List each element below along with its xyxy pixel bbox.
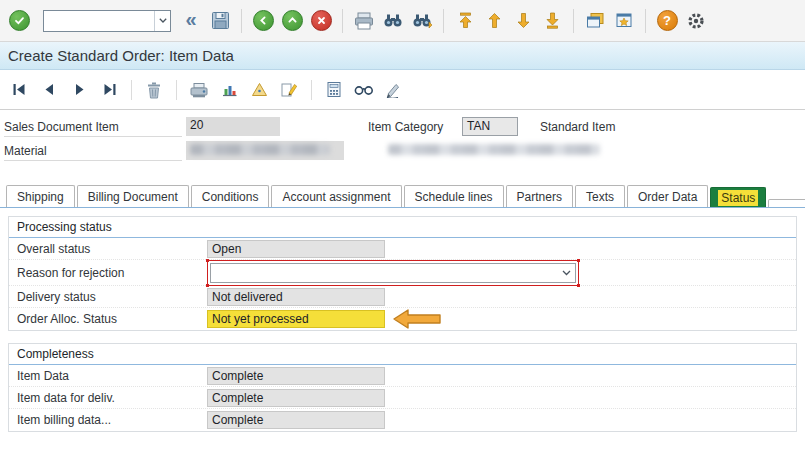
item-data-field: Complete	[207, 367, 385, 385]
toolbar-separator	[131, 80, 132, 100]
item-data-deliv-label: Item data for deliv.	[17, 391, 207, 405]
first-item-button[interactable]	[6, 76, 32, 104]
back-button[interactable]	[250, 7, 276, 35]
find-button[interactable]	[380, 7, 406, 35]
tab-account-assignment[interactable]: Account assignment	[271, 185, 401, 207]
calculator-icon	[326, 81, 342, 98]
item-header-fields: Sales Document Item 20 Item Category TAN…	[0, 110, 805, 172]
edit-notes-button[interactable]	[276, 76, 302, 104]
gear-icon	[686, 11, 706, 31]
page-title: Create Standard Order: Item Data	[8, 47, 234, 64]
item-billing-data-label: Item billing data...	[17, 413, 207, 427]
enter-check-icon	[9, 10, 30, 31]
last-item-button[interactable]	[96, 76, 122, 104]
tab-texts[interactable]: Texts	[575, 185, 625, 207]
reason-for-rejection-input[interactable]	[211, 266, 557, 280]
next-item-icon	[72, 82, 87, 97]
annotation-arrow-icon	[393, 309, 441, 329]
tab-billing-document[interactable]: Billing Document	[77, 185, 189, 207]
signature-button[interactable]	[381, 76, 407, 104]
printer-icon	[354, 12, 374, 30]
cancel-button[interactable]	[308, 7, 334, 35]
print-button[interactable]	[351, 7, 377, 35]
triangle-analysis-icon	[251, 82, 268, 97]
new-session-button[interactable]	[582, 7, 608, 35]
combobox-chevron-down-icon[interactable]	[557, 264, 575, 282]
tab-strip: Shipping Billing Document Conditions Acc…	[0, 184, 805, 208]
item-data-deliv-row: Item data for deliv. Complete	[9, 387, 796, 409]
tab-schedule-lines[interactable]: Schedule lines	[404, 185, 504, 207]
order-alloc-status-field: Not yet processed	[207, 310, 385, 328]
next-page-icon	[515, 12, 532, 29]
find-next-button[interactable]	[409, 7, 435, 35]
toolbar-separator	[573, 9, 574, 33]
signature-pen-icon	[385, 82, 403, 98]
processing-status-group: Processing status Overall status Open Re…	[8, 216, 797, 331]
pricing-analysis-button[interactable]	[246, 76, 272, 104]
trash-icon	[146, 81, 162, 99]
toolbar-separator	[241, 9, 242, 33]
previous-page-button[interactable]	[481, 7, 507, 35]
incompletion-log-button[interactable]	[321, 76, 347, 104]
save-button[interactable]	[207, 7, 233, 35]
statistics-button[interactable]	[216, 76, 242, 104]
material-description-redacted	[388, 142, 600, 161]
tab-partial[interactable]	[768, 199, 805, 207]
last-page-button[interactable]	[539, 7, 565, 35]
delete-item-button[interactable]	[141, 76, 167, 104]
tab-status-label: Status	[718, 190, 758, 206]
binoculars-next-icon	[412, 13, 432, 28]
reason-for-rejection-combobox[interactable]	[210, 263, 576, 283]
command-input[interactable]	[44, 14, 154, 28]
copy-item-button[interactable]	[186, 76, 212, 104]
tab-partners[interactable]: Partners	[506, 185, 573, 207]
display-button[interactable]	[351, 76, 377, 104]
toolbar-separator	[311, 80, 312, 100]
copier-icon	[189, 82, 209, 98]
toolbar-separator	[645, 9, 646, 33]
sales-document-item-label: Sales Document Item	[4, 118, 182, 137]
first-item-icon	[12, 82, 27, 97]
item-data-deliv-field: Complete	[207, 389, 385, 407]
new-session-icon	[586, 12, 605, 29]
tab-status[interactable]: Status	[710, 187, 766, 207]
first-page-button[interactable]	[452, 7, 478, 35]
help-button[interactable]: ?	[654, 7, 680, 35]
toolbar-separator	[342, 9, 343, 33]
save-floppy-icon	[211, 11, 230, 30]
tab-conditions[interactable]: Conditions	[191, 185, 270, 207]
previous-item-icon	[42, 82, 57, 97]
command-field[interactable]	[43, 10, 171, 32]
sales-document-item-field: 20	[186, 117, 280, 136]
tab-order-data[interactable]: Order Data	[627, 185, 708, 207]
last-page-icon	[544, 12, 561, 29]
create-shortcut-button[interactable]	[611, 7, 637, 35]
previous-item-button[interactable]	[36, 76, 62, 104]
delivery-status-field: Not delivered	[207, 288, 385, 306]
item-category-label: Item Category	[368, 118, 460, 137]
enter-button[interactable]	[6, 7, 32, 35]
cancel-x-icon	[311, 10, 332, 31]
tab-shipping[interactable]: Shipping	[6, 185, 75, 207]
customize-layout-button[interactable]	[683, 7, 709, 35]
processing-status-title: Processing status	[9, 217, 796, 238]
item-data-label: Item Data	[17, 369, 207, 383]
back-chevron-icon	[253, 10, 274, 31]
collapse-command-button[interactable]: «	[178, 7, 204, 35]
completeness-title: Completeness	[9, 344, 796, 365]
next-page-button[interactable]	[510, 7, 536, 35]
command-dropdown-icon[interactable]	[154, 11, 170, 31]
exit-button[interactable]	[279, 7, 305, 35]
overall-status-row: Overall status Open	[9, 238, 796, 260]
item-category-field: TAN	[462, 117, 518, 136]
previous-page-icon	[486, 12, 503, 29]
first-page-icon	[457, 12, 474, 29]
toolbar-separator	[176, 80, 177, 100]
exit-chevron-up-icon	[282, 10, 303, 31]
help-question-icon: ?	[657, 10, 678, 31]
item-category-description: Standard Item	[540, 118, 615, 137]
screen-title: Create Standard Order: Item Data	[0, 42, 805, 70]
sap-window: «	[0, 0, 805, 432]
order-alloc-status-row: Order Alloc. Status Not yet processed	[9, 308, 796, 330]
next-item-button[interactable]	[66, 76, 92, 104]
